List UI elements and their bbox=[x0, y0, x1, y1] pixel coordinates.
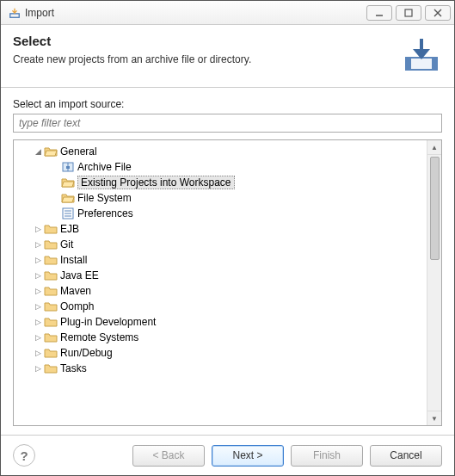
tree-category[interactable]: ▷Remote Systems bbox=[17, 330, 427, 345]
tree-label: Git bbox=[60, 238, 73, 250]
tree-label: Plug-in Development bbox=[60, 316, 156, 328]
tree-category[interactable]: ▷Maven bbox=[17, 283, 427, 299]
tree-label: Existing Projects into Workspace bbox=[77, 176, 235, 189]
tree-label: Tasks bbox=[60, 362, 87, 374]
source-label: Select an import source: bbox=[13, 98, 442, 110]
import-source-tree[interactable]: ◢ General Archive File Existing Projects bbox=[14, 140, 427, 425]
chevron-right-icon[interactable]: ▷ bbox=[33, 225, 43, 233]
chevron-right-icon[interactable]: ▷ bbox=[33, 240, 43, 249]
folder-icon bbox=[44, 253, 58, 267]
chevron-right-icon[interactable]: ▷ bbox=[33, 349, 43, 357]
tree-category[interactable]: ▷Tasks bbox=[17, 361, 427, 376]
svg-rect-5 bbox=[432, 58, 437, 70]
folder-open-icon bbox=[44, 145, 58, 158]
tree-category[interactable]: ▷Git bbox=[17, 237, 427, 252]
tree-item-existing-projects[interactable]: Existing Projects into Workspace bbox=[17, 175, 427, 190]
tree-label: Remote Systems bbox=[60, 331, 138, 343]
svg-rect-0 bbox=[10, 13, 20, 16]
folder-icon bbox=[44, 238, 58, 251]
tree-label: General bbox=[60, 145, 97, 158]
tree-label: Maven bbox=[60, 285, 91, 297]
folder-icon bbox=[44, 346, 58, 360]
chevron-right-icon[interactable]: ▷ bbox=[33, 318, 43, 326]
svg-rect-8 bbox=[66, 166, 70, 169]
tree-label: EJB bbox=[60, 223, 79, 235]
scroll-thumb[interactable] bbox=[430, 157, 440, 260]
folder-open-icon bbox=[61, 191, 75, 205]
filter-input[interactable] bbox=[13, 114, 442, 133]
tree-item-file-system[interactable]: File System bbox=[17, 190, 427, 206]
tree-category[interactable]: ▷Run/Debug bbox=[17, 345, 427, 361]
tree-label: Archive File bbox=[77, 161, 132, 173]
cancel-button[interactable]: Cancel bbox=[370, 445, 442, 467]
chevron-right-icon[interactable]: ▷ bbox=[33, 271, 43, 280]
folder-icon bbox=[44, 315, 58, 329]
window-title: Import bbox=[25, 7, 363, 19]
chevron-down-icon[interactable]: ◢ bbox=[33, 147, 43, 156]
svg-rect-2 bbox=[405, 9, 412, 16]
next-button[interactable]: Next > bbox=[212, 445, 284, 467]
tree-category[interactable]: ▷Oomph bbox=[17, 299, 427, 314]
folder-icon bbox=[44, 300, 58, 313]
tree-label: Install bbox=[60, 254, 87, 266]
help-button[interactable]: ? bbox=[13, 444, 35, 467]
back-button[interactable]: < Back bbox=[132, 445, 205, 467]
wizard-header: Select Create new projects from an archi… bbox=[1, 25, 454, 88]
chevron-right-icon[interactable]: ▷ bbox=[33, 333, 43, 342]
tree-item-preferences[interactable]: Preferences bbox=[17, 206, 427, 221]
tree-label: Preferences bbox=[77, 207, 133, 219]
tree-category[interactable]: ▷EJB bbox=[17, 221, 427, 237]
scroll-up-icon[interactable]: ▲ bbox=[427, 140, 441, 155]
chevron-right-icon[interactable]: ▷ bbox=[33, 302, 43, 311]
minimize-button[interactable] bbox=[366, 5, 392, 21]
import-large-icon bbox=[401, 34, 442, 75]
page-description: Create new projects from an archive file… bbox=[13, 53, 392, 65]
vertical-scrollbar[interactable]: ▲ ▼ bbox=[427, 140, 441, 425]
folder-icon bbox=[44, 331, 58, 344]
folder-icon bbox=[44, 284, 58, 298]
tree-label: Oomph bbox=[60, 300, 94, 312]
import-icon bbox=[8, 6, 22, 20]
archive-icon bbox=[61, 160, 75, 174]
maximize-button[interactable] bbox=[396, 5, 421, 21]
tree-label: Run/Debug bbox=[60, 347, 113, 359]
chevron-right-icon[interactable]: ▷ bbox=[33, 364, 43, 373]
wizard-footer: ? < Back Next > Finish Cancel bbox=[1, 435, 454, 475]
tree-category[interactable]: ▷Java EE bbox=[17, 268, 427, 283]
tree-container: ◢ General Archive File Existing Projects bbox=[13, 139, 442, 426]
wizard-body: Select an import source: ◢ General Archi… bbox=[1, 88, 454, 435]
folder-icon bbox=[44, 362, 58, 375]
page-title: Select bbox=[13, 34, 392, 48]
scroll-down-icon[interactable]: ▼ bbox=[427, 411, 441, 425]
svg-rect-4 bbox=[406, 58, 411, 70]
chevron-right-icon[interactable]: ▷ bbox=[33, 287, 43, 295]
folder-icon bbox=[44, 269, 58, 282]
close-button[interactable] bbox=[425, 5, 451, 21]
tree-label: Java EE bbox=[60, 269, 99, 281]
preferences-icon bbox=[61, 207, 75, 220]
tree-category[interactable]: ▷Install bbox=[17, 252, 427, 268]
tree-item-archive-file[interactable]: Archive File bbox=[17, 159, 427, 175]
chevron-right-icon[interactable]: ▷ bbox=[33, 256, 43, 264]
folder-icon bbox=[44, 222, 58, 236]
title-bar: Import bbox=[1, 1, 454, 25]
finish-button[interactable]: Finish bbox=[291, 445, 363, 467]
tree-category[interactable]: ▷Plug-in Development bbox=[17, 314, 427, 330]
folder-open-icon bbox=[61, 176, 75, 189]
tree-label: File System bbox=[77, 192, 132, 204]
tree-category-general[interactable]: ◢ General bbox=[17, 144, 427, 159]
